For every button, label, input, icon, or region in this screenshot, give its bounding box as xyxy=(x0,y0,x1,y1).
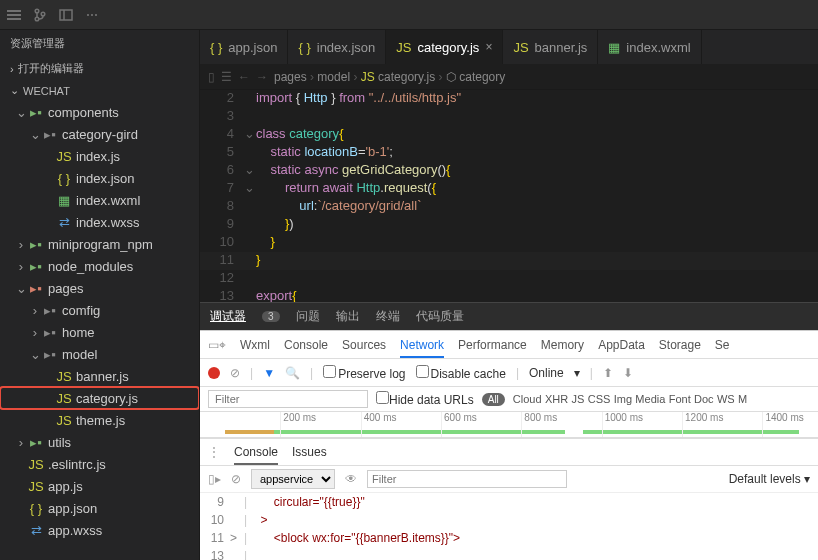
console-filter-input[interactable] xyxy=(367,470,567,488)
editor-tab[interactable]: { }app.json xyxy=(200,30,288,64)
drawer-tab-issues[interactable]: Issues xyxy=(292,445,327,459)
file-item[interactable]: JSapp.js xyxy=(0,475,199,497)
filter-icon[interactable]: ▼ xyxy=(263,366,275,380)
folder-item[interactable]: ⌄▸▪model xyxy=(0,343,199,365)
devtools-tabs: ▭⌖ WxmlConsoleSourcesNetworkPerformanceM… xyxy=(200,331,818,359)
file-item[interactable]: JStheme.js xyxy=(0,409,199,431)
editor-area: { }app.json{ }index.jsonJScategory.js×JS… xyxy=(200,30,818,560)
editor-tab[interactable]: ▦index.wxml xyxy=(598,30,701,64)
folder-item[interactable]: ›▸▪comfig xyxy=(0,299,199,321)
svg-rect-0 xyxy=(7,10,21,12)
file-item[interactable]: { }index.json xyxy=(0,167,199,189)
devtools-tab[interactable]: Console xyxy=(284,338,328,352)
file-item[interactable]: ⇄index.wxss xyxy=(0,211,199,233)
filter-type[interactable]: CSS xyxy=(588,393,611,405)
console-toolbar: ▯▸ ⊘ appservice 👁 Default levels ▾ xyxy=(200,466,818,492)
filter-all[interactable]: All xyxy=(482,393,505,406)
back-icon[interactable]: ← xyxy=(238,70,250,84)
file-item[interactable]: JSindex.js xyxy=(0,145,199,167)
close-icon[interactable]: × xyxy=(485,40,492,54)
network-filter-input[interactable] xyxy=(208,390,368,408)
file-item[interactable]: { }app.json xyxy=(0,497,199,519)
outline-icon[interactable]: ☰ xyxy=(221,70,232,84)
svg-point-4 xyxy=(35,17,39,21)
console-sidebar-icon[interactable]: ▯▸ xyxy=(208,472,221,486)
disable-cache-checkbox[interactable]: Disable cache xyxy=(416,365,506,381)
menu-icon[interactable] xyxy=(6,7,22,23)
folder-item[interactable]: ⌄▸▪components xyxy=(0,101,199,123)
filter-type[interactable]: Font xyxy=(669,393,691,405)
log-levels-select[interactable]: Default levels ▾ xyxy=(729,472,810,486)
branch-icon[interactable] xyxy=(32,7,48,23)
filter-type[interactable]: M xyxy=(738,393,747,405)
file-tree: ⌄▸▪components⌄▸▪category-girdJSindex.js{… xyxy=(0,101,199,541)
folder-item[interactable]: ›▸▪node_modules xyxy=(0,255,199,277)
console-clear-icon[interactable]: ⊘ xyxy=(231,472,241,486)
file-item[interactable]: JSbanner.js xyxy=(0,365,199,387)
folder-item[interactable]: ⌄▸▪pages xyxy=(0,277,199,299)
devtools-tab[interactable]: AppData xyxy=(598,338,645,352)
hide-data-urls-checkbox[interactable]: Hide data URLs xyxy=(376,391,474,407)
devtools: ▭⌖ WxmlConsoleSourcesNetworkPerformanceM… xyxy=(200,330,818,560)
context-select[interactable]: appservice xyxy=(251,469,335,489)
sidebar-section-editors[interactable]: ›打开的编辑器 xyxy=(0,57,199,80)
preserve-log-checkbox[interactable]: Preserve log xyxy=(323,365,405,381)
svg-rect-1 xyxy=(7,14,21,16)
editor-tab[interactable]: { }index.json xyxy=(288,30,386,64)
record-icon[interactable] xyxy=(208,367,220,379)
folder-item[interactable]: ⌄▸▪category-gird xyxy=(0,123,199,145)
titlebar: ⋯ xyxy=(0,0,818,30)
more-icon[interactable]: ⋯ xyxy=(84,7,100,23)
svg-point-3 xyxy=(35,9,39,13)
filter-type[interactable]: XHR xyxy=(545,393,568,405)
editor-tabs: { }app.json{ }index.jsonJScategory.js×JS… xyxy=(200,30,818,64)
code-editor[interactable]: 2import { Http } from "../../utils/http.… xyxy=(200,90,818,302)
devtools-tab[interactable]: Network xyxy=(400,338,444,358)
network-filter-bar: Hide data URLs All Cloud XHR JS CSS Img … xyxy=(200,387,818,411)
bottom-panel-tabs: 调试器3问题输出终端代码质量 xyxy=(200,302,818,330)
devtools-tab[interactable]: Storage xyxy=(659,338,701,352)
filter-type[interactable]: JS xyxy=(572,393,585,405)
file-item[interactable]: JS.eslintrc.js xyxy=(0,453,199,475)
throttling-select[interactable]: Online ▾ xyxy=(529,366,580,380)
file-item[interactable]: ▦index.wxml xyxy=(0,189,199,211)
folder-item[interactable]: ›▸▪utils xyxy=(0,431,199,453)
devtools-tab[interactable]: Se xyxy=(715,338,730,352)
filter-type[interactable]: Media xyxy=(635,393,665,405)
panel-tab[interactable]: 输出 xyxy=(336,308,360,325)
upload-icon[interactable]: ⬆ xyxy=(603,366,613,380)
breadcrumb[interactable]: ▯ ☰ ← → pages › model › JS category.js ›… xyxy=(200,64,818,90)
filter-type[interactable]: Img xyxy=(614,393,632,405)
explorer-icon[interactable] xyxy=(58,7,74,23)
editor-tab[interactable]: JScategory.js× xyxy=(386,30,503,64)
clear-icon[interactable]: ⊘ xyxy=(230,366,240,380)
forward-icon[interactable]: → xyxy=(256,70,268,84)
panel-tab[interactable]: 终端 xyxy=(376,308,400,325)
inspect-icon[interactable]: ▭⌖ xyxy=(208,338,226,352)
bookmark-icon[interactable]: ▯ xyxy=(208,70,215,84)
file-item[interactable]: JScategory.js xyxy=(0,387,199,409)
console-log[interactable]: 9| circular="{{true}}"10| >11>| <block w… xyxy=(200,493,818,560)
panel-tab[interactable]: 调试器 xyxy=(210,308,246,325)
download-icon[interactable]: ⬇ xyxy=(623,366,633,380)
filter-type[interactable]: WS xyxy=(717,393,735,405)
folder-item[interactable]: ›▸▪home xyxy=(0,321,199,343)
panel-tab[interactable]: 问题 xyxy=(296,308,320,325)
eye-icon[interactable]: 👁 xyxy=(345,472,357,486)
devtools-tab[interactable]: Performance xyxy=(458,338,527,352)
filter-type[interactable]: Doc xyxy=(694,393,714,405)
editor-tab[interactable]: JSbanner.js xyxy=(503,30,598,64)
devtools-tab[interactable]: Memory xyxy=(541,338,584,352)
devtools-tab[interactable]: Wxml xyxy=(240,338,270,352)
console-menu-icon[interactable]: ⋮ xyxy=(208,445,220,459)
sidebar-section-project[interactable]: ⌄WECHAT xyxy=(0,80,199,101)
panel-tab[interactable]: 代码质量 xyxy=(416,308,464,325)
search-icon[interactable]: 🔍 xyxy=(285,366,300,380)
drawer-tab-console[interactable]: Console xyxy=(234,445,278,465)
devtools-tab[interactable]: Sources xyxy=(342,338,386,352)
sidebar-title: 资源管理器 xyxy=(0,30,199,57)
filter-type[interactable]: Cloud xyxy=(513,393,542,405)
folder-item[interactable]: ›▸▪miniprogram_npm xyxy=(0,233,199,255)
file-item[interactable]: ⇄app.wxss xyxy=(0,519,199,541)
svg-point-5 xyxy=(41,12,45,16)
